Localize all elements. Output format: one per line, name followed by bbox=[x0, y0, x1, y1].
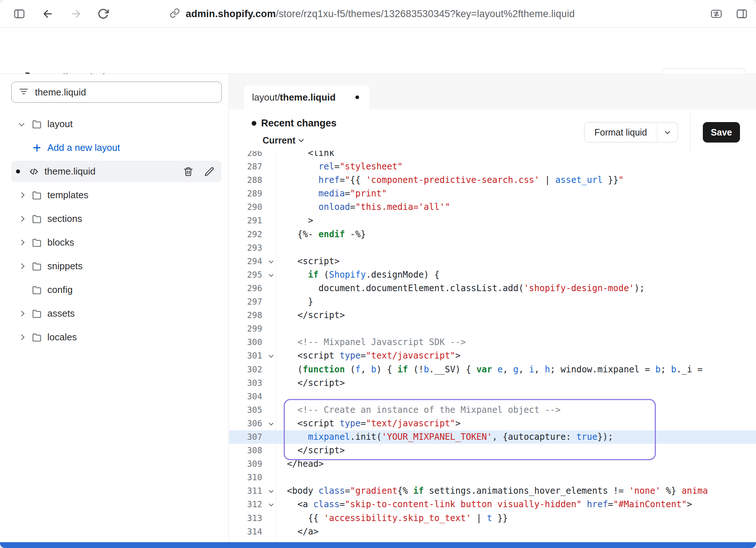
line-number[interactable]: 314 bbox=[247, 525, 262, 539]
line-number[interactable]: 301 bbox=[247, 349, 262, 363]
gutter-cell[interactable]: 286 bbox=[229, 151, 276, 160]
gutter-cell[interactable]: 313 bbox=[229, 512, 276, 525]
fold-chevron-icon[interactable] bbox=[269, 259, 273, 263]
code-editor[interactable]: 286 <link287 rel="stylesheet"288 href="{… bbox=[229, 151, 756, 542]
code-line-289[interactable]: 289 media="print" bbox=[229, 187, 756, 200]
back-arrow-icon[interactable] bbox=[41, 7, 55, 21]
gutter-cell[interactable]: 294 bbox=[229, 255, 276, 268]
line-number[interactable]: 298 bbox=[247, 309, 262, 322]
chevron-right-icon[interactable] bbox=[16, 193, 27, 197]
line-number[interactable]: 295 bbox=[247, 268, 262, 282]
add-new-layout-button[interactable]: Add a new layout bbox=[0, 136, 228, 160]
pencil-icon[interactable] bbox=[204, 166, 215, 177]
code-line-313[interactable]: 313 {{ 'accessibility.skip_to_text' | t … bbox=[229, 512, 756, 525]
line-number[interactable]: 296 bbox=[247, 282, 262, 295]
line-number[interactable]: 286 bbox=[247, 151, 262, 160]
code-line-307[interactable]: 307 mixpanel.init('YOUR_MIXPANEL_TOKEN',… bbox=[229, 430, 756, 444]
line-number[interactable]: 309 bbox=[247, 457, 262, 471]
line-number[interactable]: 287 bbox=[247, 160, 262, 173]
chevron-right-icon[interactable] bbox=[16, 217, 27, 221]
chevron-right-icon[interactable] bbox=[16, 240, 27, 244]
gutter-cell[interactable]: 304 bbox=[229, 390, 276, 403]
tab-theme-liquid[interactable]: layout/theme.liquid bbox=[244, 85, 369, 109]
reload-icon[interactable] bbox=[96, 7, 110, 21]
line-number[interactable]: 300 bbox=[247, 336, 262, 349]
code-line-314[interactable]: 314 </a> bbox=[229, 525, 756, 539]
line-number[interactable]: 303 bbox=[247, 376, 262, 390]
line-number[interactable]: 304 bbox=[247, 390, 262, 403]
tree-item-sections[interactable]: sections bbox=[0, 207, 228, 231]
gutter-cell[interactable]: 293 bbox=[229, 241, 276, 255]
code-line-312[interactable]: 312 <a class="skip-to-content-link butto… bbox=[229, 498, 756, 511]
address-bar[interactable]: admin.shopify.com/store/rzq1xu-f5/themes… bbox=[170, 0, 575, 28]
fold-chevron-icon[interactable] bbox=[269, 488, 273, 493]
gutter-cell[interactable]: 307 bbox=[229, 430, 276, 444]
gutter-cell[interactable]: 308 bbox=[229, 444, 276, 457]
code-line-298[interactable]: 298 </script> bbox=[229, 309, 756, 322]
code-line-290[interactable]: 290 onload="this.media='all'" bbox=[229, 200, 756, 214]
gutter-cell[interactable]: 303 bbox=[229, 376, 276, 390]
line-number[interactable]: 302 bbox=[247, 363, 262, 376]
line-number[interactable]: 312 bbox=[247, 498, 262, 511]
line-number[interactable]: 299 bbox=[247, 322, 262, 336]
fold-chevron-icon[interactable] bbox=[269, 421, 273, 426]
code-line-308[interactable]: 308 </script> bbox=[229, 444, 756, 457]
code-line-299[interactable]: 299 bbox=[229, 322, 756, 336]
version-dropdown[interactable]: Current bbox=[263, 135, 303, 146]
line-number[interactable]: 293 bbox=[247, 241, 262, 255]
gutter-cell[interactable]: 302 bbox=[229, 363, 276, 376]
tree-item-config[interactable]: config bbox=[0, 278, 228, 302]
line-number[interactable]: 292 bbox=[247, 228, 262, 241]
fold-chevron-icon[interactable] bbox=[269, 272, 273, 277]
code-line-296[interactable]: 296 document.documentElement.classList.a… bbox=[229, 282, 756, 295]
gutter-cell[interactable]: 291 bbox=[229, 214, 276, 227]
gutter-cell[interactable]: 300 bbox=[229, 336, 276, 349]
gutter-cell[interactable]: 301 bbox=[229, 349, 276, 363]
line-number[interactable]: 289 bbox=[247, 187, 262, 200]
gutter-cell[interactable]: 310 bbox=[229, 471, 276, 484]
tree-item-layout[interactable]: layout bbox=[0, 112, 228, 136]
gutter-cell[interactable]: 289 bbox=[229, 187, 276, 200]
file-filter-box[interactable] bbox=[11, 82, 222, 103]
code-line-293[interactable]: 293 bbox=[229, 241, 756, 255]
gutter-cell[interactable]: 311 bbox=[229, 484, 276, 498]
line-number[interactable]: 307 bbox=[247, 430, 262, 444]
code-line-310[interactable]: 310 bbox=[229, 471, 756, 484]
tree-item-theme-liquid[interactable]: theme.liquid bbox=[0, 160, 228, 183]
code-line-295[interactable]: 295 if (Shopify.designMode) { bbox=[229, 268, 756, 282]
line-number[interactable]: 288 bbox=[247, 173, 262, 187]
code-line-292[interactable]: 292 {%- endif -%} bbox=[229, 228, 756, 241]
line-number[interactable]: 313 bbox=[247, 512, 262, 525]
sidebar-toggle-icon[interactable] bbox=[12, 7, 26, 21]
extension-icon[interactable] bbox=[709, 7, 723, 21]
gutter-cell[interactable]: 295 bbox=[229, 268, 276, 282]
gutter-cell[interactable]: 298 bbox=[229, 309, 276, 322]
line-number[interactable]: 311 bbox=[247, 484, 262, 498]
code-line-291[interactable]: 291 > bbox=[229, 214, 756, 227]
code-line-286[interactable]: 286 <link bbox=[229, 151, 756, 160]
chevron-right-icon[interactable] bbox=[16, 335, 27, 339]
tree-item-blocks[interactable]: blocks bbox=[0, 231, 228, 254]
split-view-icon[interactable] bbox=[735, 7, 749, 21]
line-number[interactable]: 306 bbox=[247, 417, 262, 430]
tree-item-assets[interactable]: assets bbox=[0, 302, 228, 325]
line-number[interactable]: 290 bbox=[247, 200, 262, 214]
line-number[interactable]: 294 bbox=[247, 255, 262, 268]
gutter-cell[interactable]: 306 bbox=[229, 417, 276, 430]
tree-item-snippets[interactable]: snippets bbox=[0, 254, 228, 278]
line-number[interactable]: 310 bbox=[247, 471, 262, 484]
code-line-300[interactable]: 300 <!-- Mixpanel Javascript SDK --> bbox=[229, 336, 756, 349]
code-line-287[interactable]: 287 rel="stylesheet" bbox=[229, 160, 756, 173]
gutter-cell[interactable]: 296 bbox=[229, 282, 276, 295]
code-line-309[interactable]: 309 </head> bbox=[229, 457, 756, 471]
format-options-chevron[interactable] bbox=[657, 132, 678, 133]
gutter-cell[interactable]: 314 bbox=[229, 525, 276, 539]
tree-item-templates[interactable]: templates bbox=[0, 183, 228, 207]
code-line-302[interactable]: 302 (function (f, b) { if (!b.__SV) { va… bbox=[229, 363, 756, 376]
format-liquid-button[interactable]: Format liquid bbox=[584, 122, 678, 142]
line-number[interactable]: 291 bbox=[247, 214, 262, 227]
gutter-cell[interactable]: 292 bbox=[229, 228, 276, 241]
line-number[interactable]: 297 bbox=[247, 295, 262, 309]
save-button[interactable]: Save bbox=[703, 122, 740, 142]
gutter-cell[interactable]: 297 bbox=[229, 295, 276, 309]
